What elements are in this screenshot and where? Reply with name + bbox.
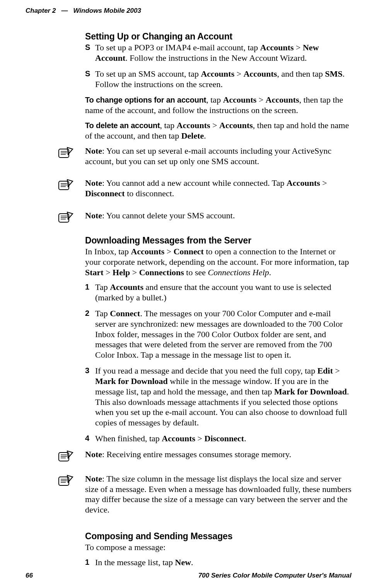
note-icon <box>58 450 73 467</box>
note-size-column: Note: The size column in the message lis… <box>58 474 351 520</box>
compose-intro: To compose a message: <box>85 542 351 553</box>
download-step3: If you read a message and decide that yo… <box>85 366 351 428</box>
footer-page-number: 66 <box>26 572 33 579</box>
bullet-pop3: To set up a POP3 or IMAP4 e-mail account… <box>85 43 351 63</box>
footer-manual-title: 700 Series Color Mobile Computer User's … <box>198 572 351 579</box>
delete-account-lead: To delete an account <box>85 121 160 130</box>
note-icon <box>58 179 73 195</box>
page-footer: 66 700 Series Color Mobile Computer User… <box>26 572 351 579</box>
bullet-sms: To set up an SMS account, tap Accounts >… <box>85 69 351 90</box>
note-icon <box>58 475 73 491</box>
download-step1: Tap Accounts and ensure that the account… <box>85 282 351 303</box>
chapter-label: Chapter 2 <box>26 7 56 15</box>
download-intro: In Inbox, tap Accounts > Connect to open… <box>85 247 351 278</box>
note-icon <box>58 211 73 228</box>
note-cannot-delete-sms: Note: You cannot delete your SMS account… <box>58 211 351 228</box>
section-heading-compose: Composing and Sending Messages <box>85 531 351 542</box>
note-multiple-accounts: Note: You can set up several e-mail acco… <box>58 146 351 171</box>
download-steps: Tap Accounts and ensure that the account… <box>85 282 351 444</box>
compose-step1: In the message list, tap New. <box>85 557 351 568</box>
header-dash: — <box>60 7 69 15</box>
download-step4: When finished, tap Accounts > Disconnect… <box>85 434 351 444</box>
section-heading-setup: Setting Up or Changing an Account <box>85 31 351 42</box>
compose-steps: In the message list, tap New. <box>85 557 351 568</box>
note-storage: Note: Receiving entire messages consumes… <box>58 449 351 467</box>
note-icon <box>58 147 73 163</box>
header-title: Windows Mobile 2003 <box>73 7 141 15</box>
download-step2: Tap Connect. The messages on your 700 Co… <box>85 309 351 360</box>
page-header: Chapter 2 — Windows Mobile 2003 <box>26 7 351 15</box>
change-options-lead: To change options for an account <box>85 96 206 104</box>
page-content: Setting Up or Changing an Account To set… <box>85 31 351 573</box>
note-cannot-add: Note: You cannot add a new account while… <box>58 178 351 204</box>
setup-bullets: To set up a POP3 or IMAP4 e-mail account… <box>85 43 351 89</box>
section-heading-download: Downloading Messages from the Server <box>85 235 351 246</box>
